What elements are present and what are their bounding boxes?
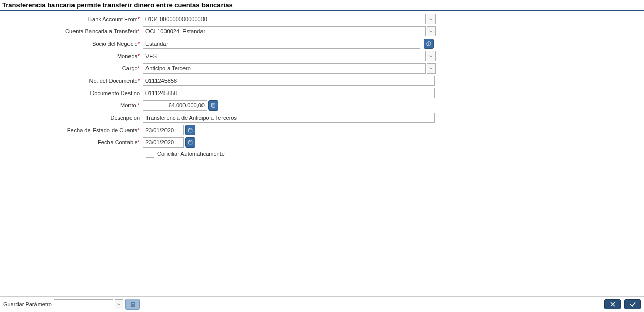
label-bank-to: Cuenta Bancaria a Transferir*: [0, 28, 143, 34]
label-bank-from: Bank Account From*: [0, 16, 143, 22]
label-text: Documento Destino: [90, 90, 140, 96]
label-text: Fecha de Estado de Cuenta: [67, 127, 138, 133]
trash-icon: [130, 301, 136, 308]
svg-rect-11: [188, 129, 192, 132]
required-mark: *: [138, 78, 140, 84]
row-amount: Monto.*: [0, 100, 644, 111]
chevron-down-icon: [429, 67, 433, 70]
label-text: Moneda: [117, 53, 138, 59]
row-bpartner: Socio del Negocio*: [0, 39, 644, 49]
acct-date-input[interactable]: [143, 137, 184, 148]
check-icon: [629, 301, 636, 307]
svg-point-6: [213, 105, 214, 106]
acct-date-picker-btn[interactable]: [185, 137, 195, 148]
label-currency: Moneda*: [0, 53, 143, 59]
svg-point-10: [214, 106, 214, 106]
chevron-down-icon: [429, 18, 433, 21]
bpartner-lookup-btn[interactable]: [424, 39, 434, 49]
required-mark: *: [138, 53, 140, 59]
save-param-select[interactable]: [54, 299, 113, 309]
label-amount: Monto.*: [0, 102, 143, 108]
close-icon: [609, 301, 616, 307]
label-bpartner: Socio del Negocio*: [0, 41, 143, 47]
svg-rect-15: [188, 141, 192, 144]
save-param-dropdown-btn[interactable]: [115, 299, 123, 309]
svg-point-8: [212, 106, 213, 106]
svg-rect-4: [212, 104, 215, 105]
svg-point-7: [214, 105, 214, 106]
svg-point-5: [212, 105, 213, 106]
cancel-button[interactable]: [604, 299, 621, 309]
required-mark: *: [138, 127, 140, 133]
chevron-down-icon: [429, 55, 433, 58]
required-mark: *: [138, 28, 140, 34]
svg-point-1: [428, 42, 429, 43]
stmt-date-input[interactable]: [143, 125, 184, 135]
row-bank-from: Bank Account From*: [0, 14, 644, 24]
description-input[interactable]: [143, 113, 435, 123]
stmt-date-picker-btn[interactable]: [185, 125, 195, 135]
bank-to-select[interactable]: [143, 26, 426, 36]
footer-bar: Guardar Parámetro: [0, 296, 644, 312]
doc-no-input[interactable]: [143, 76, 435, 86]
bank-to-dropdown-btn[interactable]: [427, 26, 436, 36]
page-root: Transferencia bancaria permite transferi…: [0, 0, 644, 312]
calculator-btn[interactable]: [208, 100, 218, 111]
label-description: Descripción: [0, 115, 143, 121]
field-currency: [143, 51, 438, 61]
row-bank-to: Cuenta Bancaria a Transferir*: [0, 26, 644, 36]
required-mark: *: [138, 139, 140, 145]
required-mark: *: [138, 65, 140, 71]
field-acct-date: [143, 137, 438, 148]
field-bank-from: [143, 14, 438, 24]
page-title: Transferencia bancaria permite transferi…: [0, 0, 644, 11]
label-text: No. del Documento: [89, 78, 138, 84]
label-text: Socio del Negocio: [92, 41, 138, 47]
charge-select[interactable]: [143, 63, 426, 74]
row-auto-reconcile: Conciliar Automáticamente: [146, 150, 644, 158]
svg-rect-2: [429, 43, 429, 45]
label-text: Monto.: [120, 102, 138, 108]
delete-param-btn[interactable]: [125, 299, 140, 310]
bank-from-select[interactable]: [143, 14, 426, 24]
svg-point-9: [213, 106, 214, 106]
label-text: Cuenta Bancaria a Transferir: [65, 28, 138, 34]
doc-target-input[interactable]: [143, 88, 435, 98]
row-doc-no: No. del Documento*: [0, 76, 644, 86]
calendar-icon: [188, 127, 193, 133]
field-stmt-date: [143, 125, 438, 135]
confirm-button[interactable]: [624, 299, 641, 309]
amount-input[interactable]: [143, 100, 207, 111]
label-text: Descripción: [111, 115, 140, 121]
row-currency: Moneda*: [0, 51, 644, 61]
currency-dropdown-btn[interactable]: [427, 51, 436, 61]
form-area: Bank Account From* Cuenta Bancaria a Tra…: [0, 11, 644, 296]
currency-select[interactable]: [143, 51, 426, 61]
bpartner-input[interactable]: [143, 39, 420, 49]
field-doc-target: [143, 88, 438, 98]
calculator-icon: [211, 103, 216, 108]
auto-reconcile-checkbox[interactable]: [146, 150, 154, 158]
chevron-down-icon: [117, 303, 121, 306]
row-description: Descripción: [0, 113, 644, 123]
field-bpartner: [143, 39, 438, 49]
label-charge: Cargo*: [0, 65, 143, 71]
row-charge: Cargo*: [0, 63, 644, 74]
charge-dropdown-btn[interactable]: [427, 63, 436, 74]
required-mark: *: [138, 102, 140, 108]
label-doc-no: No. del Documento*: [0, 78, 143, 84]
label-text: Cargo: [122, 65, 138, 71]
field-amount: [143, 100, 438, 111]
chevron-down-icon: [429, 30, 433, 33]
info-icon: [426, 41, 431, 46]
bank-from-dropdown-btn[interactable]: [427, 14, 436, 24]
label-stmt-date: Fecha de Estado de Cuenta*: [0, 127, 143, 133]
field-bank-to: [143, 26, 438, 36]
row-doc-target: Documento Destino: [0, 88, 644, 98]
calendar-icon: [188, 140, 193, 145]
field-doc-no: [143, 76, 438, 86]
auto-reconcile-label: Conciliar Automáticamente: [157, 151, 225, 157]
row-stmt-date: Fecha de Estado de Cuenta*: [0, 125, 644, 135]
field-charge: [143, 63, 438, 74]
label-text: Bank Account From: [88, 16, 138, 22]
